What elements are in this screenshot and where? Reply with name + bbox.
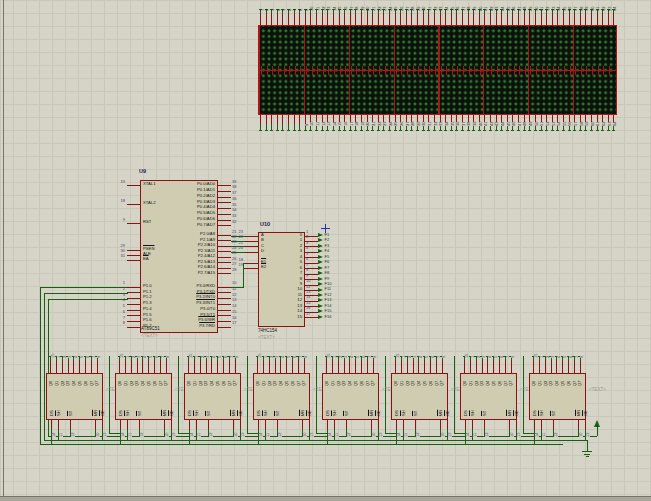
pin[interactable] <box>154 360 155 373</box>
terminal-icon[interactable] <box>318 238 323 242</box>
pin[interactable] <box>265 420 266 429</box>
wire[interactable] <box>597 427 598 436</box>
pin[interactable] <box>217 360 218 373</box>
pin[interactable] <box>127 250 140 251</box>
pin[interactable] <box>541 420 542 429</box>
pin[interactable] <box>464 360 465 373</box>
pin[interactable] <box>127 255 140 256</box>
pin[interactable] <box>200 360 201 373</box>
pin[interactable] <box>476 360 477 373</box>
pin[interactable] <box>533 360 534 373</box>
pin[interactable] <box>277 420 278 429</box>
terminal-icon[interactable] <box>318 277 323 281</box>
pin[interactable] <box>534 420 535 429</box>
pin[interactable] <box>240 420 241 429</box>
pin[interactable] <box>326 360 327 373</box>
pin[interactable] <box>125 360 126 373</box>
wire[interactable] <box>465 429 466 444</box>
pin[interactable] <box>361 360 362 373</box>
pin[interactable] <box>229 360 230 373</box>
pin[interactable] <box>218 246 231 247</box>
pin[interactable] <box>218 214 231 215</box>
pin[interactable] <box>338 360 339 373</box>
pin[interactable] <box>127 321 140 322</box>
pin[interactable] <box>218 202 231 203</box>
pin[interactable] <box>245 246 258 247</box>
pin[interactable] <box>403 420 404 429</box>
pin[interactable] <box>401 360 402 373</box>
pin[interactable] <box>553 420 554 429</box>
pin[interactable] <box>245 241 258 242</box>
pin[interactable] <box>465 420 466 429</box>
wire[interactable] <box>70 429 71 436</box>
wire[interactable] <box>396 429 397 444</box>
pin[interactable] <box>56 360 57 373</box>
pin[interactable] <box>539 360 540 373</box>
wire[interactable] <box>40 287 41 444</box>
wire[interactable] <box>51 429 52 444</box>
pin[interactable] <box>127 420 128 429</box>
wire[interactable] <box>302 429 303 436</box>
pin[interactable] <box>568 360 569 373</box>
pin[interactable] <box>396 420 397 429</box>
wire[interactable] <box>265 429 266 440</box>
pin[interactable] <box>218 273 231 274</box>
pin[interactable] <box>302 420 303 429</box>
pin[interactable] <box>218 257 231 258</box>
pin[interactable] <box>70 420 71 429</box>
terminal-icon[interactable] <box>318 249 323 253</box>
pin[interactable] <box>304 360 305 373</box>
pin[interactable] <box>218 327 231 328</box>
pin[interactable] <box>95 420 96 429</box>
pin[interactable] <box>218 197 231 198</box>
pin[interactable] <box>245 263 258 264</box>
pin[interactable] <box>68 360 69 373</box>
pin[interactable] <box>367 360 368 373</box>
pin[interactable] <box>280 360 281 373</box>
pin[interactable] <box>211 360 212 373</box>
terminal-icon[interactable] <box>318 293 323 297</box>
terminal-icon[interactable] <box>318 298 323 302</box>
pin[interactable] <box>418 360 419 373</box>
pin[interactable] <box>346 420 347 429</box>
pin[interactable] <box>509 420 510 429</box>
pin[interactable] <box>556 360 557 373</box>
pin[interactable] <box>189 420 190 429</box>
wire[interactable] <box>164 429 165 436</box>
pin[interactable] <box>470 360 471 373</box>
wire[interactable] <box>247 356 248 433</box>
pin[interactable] <box>516 420 517 429</box>
pin[interactable] <box>395 360 396 373</box>
wire[interactable] <box>178 356 179 433</box>
pin[interactable] <box>164 420 165 429</box>
pin[interactable] <box>424 360 425 373</box>
pin[interactable] <box>218 235 231 236</box>
wire[interactable] <box>208 429 209 436</box>
pin[interactable] <box>131 360 132 373</box>
pin[interactable] <box>245 252 258 253</box>
pin[interactable] <box>120 420 121 429</box>
pin[interactable] <box>371 420 372 429</box>
pin[interactable] <box>436 360 437 373</box>
pin[interactable] <box>196 420 197 429</box>
pin[interactable] <box>292 360 293 373</box>
pin[interactable] <box>50 360 51 373</box>
pin[interactable] <box>166 360 167 373</box>
wire[interactable] <box>40 444 563 445</box>
pin[interactable] <box>218 251 231 252</box>
pin[interactable] <box>218 298 231 299</box>
wire[interactable] <box>258 429 259 444</box>
pin[interactable] <box>218 262 231 263</box>
pin[interactable] <box>407 360 408 373</box>
wire[interactable] <box>509 429 510 436</box>
terminal-icon[interactable] <box>318 309 323 313</box>
pin[interactable] <box>188 360 189 373</box>
pin[interactable] <box>97 360 98 373</box>
pin[interactable] <box>332 360 333 373</box>
wire[interactable] <box>334 429 335 440</box>
terminal-icon[interactable] <box>318 266 323 270</box>
pin[interactable] <box>355 360 356 373</box>
pin[interactable] <box>58 420 59 429</box>
wire[interactable] <box>578 429 579 436</box>
wire[interactable] <box>316 356 317 433</box>
